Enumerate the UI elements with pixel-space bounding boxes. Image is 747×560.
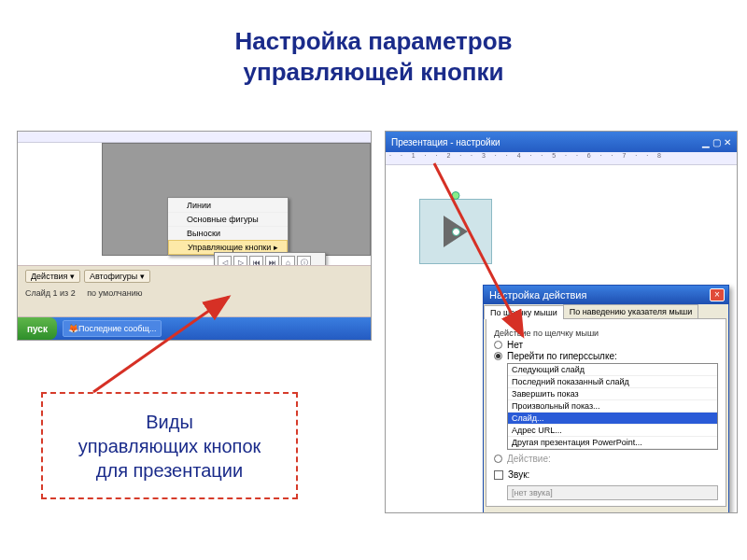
ruler — [18, 132, 371, 143]
autoshapes-menu: Линии Основные фигуры Выноски Управляющи… — [167, 197, 289, 256]
slide-status: Слайд 1 из 2 — [25, 288, 76, 298]
radio-action[interactable]: Действие: — [494, 454, 718, 464]
combo-option[interactable]: Другая презентация PowerPoint... — [508, 437, 717, 449]
window-controls[interactable]: ▁ ▢ ✕ — [702, 137, 731, 147]
play-icon — [444, 216, 468, 247]
menu-item-callouts[interactable]: Выноски — [168, 226, 288, 240]
drawing-toolbar: Действия ▾ Автофигуры ▾ Слайд 1 из 2 по … — [18, 265, 371, 317]
combo-option[interactable]: Следующий слайд — [508, 364, 717, 376]
combo-option[interactable]: Произвольный показ... — [508, 400, 717, 413]
checkbox-sound[interactable]: Звук: — [494, 469, 718, 480]
window-titlebar: Презентация - настройки ▁ ▢ ✕ — [386, 132, 737, 152]
hyperlink-combo[interactable]: Следующий слайд Последний показанный сла… — [507, 363, 718, 450]
windows-taskbar: пуск 🦊 Последние сообщ... — [18, 317, 371, 340]
sound-field: [нет звука] — [507, 485, 718, 500]
combo-option[interactable]: Завершить показ — [508, 388, 717, 400]
action-button-shape[interactable] — [419, 199, 492, 264]
tab-on-hover[interactable]: По наведению указателя мыши — [563, 304, 699, 318]
screenshot-left: Линии Основные фигуры Выноски Управляющи… — [17, 131, 372, 341]
ruler: · · 1 · · 2 · · 3 · · 4 · · 5 · · 6 · · … — [386, 152, 737, 165]
radio-hyperlink[interactable]: Перейти по гиперссылке: — [494, 351, 718, 361]
combo-option[interactable]: Последний показанный слайд — [508, 376, 717, 388]
caption-text: Виды управляющих кнопок для презентации — [78, 410, 261, 483]
taskbar-item[interactable]: 🦊 Последние сообщ... — [63, 320, 162, 337]
menu-item-lines[interactable]: Линии — [168, 198, 288, 212]
combo-option[interactable]: Адрес URL... — [508, 425, 717, 437]
tab-on-click[interactable]: По щелчку мыши — [484, 305, 564, 319]
action-settings-dialog: Настройка действия × По щелчку мыши По н… — [483, 285, 729, 513]
radio-none[interactable]: Нет — [494, 340, 718, 350]
autoshapes-dropdown[interactable]: Автофигуры ▾ — [84, 270, 150, 283]
screenshot-right: Презентация - настройки ▁ ▢ ✕ · · 1 · · … — [385, 131, 738, 513]
close-button[interactable]: × — [710, 288, 725, 301]
menu-item-basic-shapes[interactable]: Основные фигуры — [168, 212, 288, 226]
actions-dropdown[interactable]: Действия ▾ — [25, 270, 80, 283]
group-label: Действие по щелчку мыши — [494, 329, 718, 338]
caption-box: Виды управляющих кнопок для презентации — [41, 392, 298, 499]
start-button[interactable]: пуск — [18, 317, 57, 340]
default-label: по умолчанию — [87, 288, 142, 298]
dialog-titlebar: Настройка действия × — [484, 286, 728, 304]
slide-title: Настройка параметров управляющей кнопки — [0, 26, 747, 87]
combo-option-selected[interactable]: Слайд... — [508, 413, 717, 425]
